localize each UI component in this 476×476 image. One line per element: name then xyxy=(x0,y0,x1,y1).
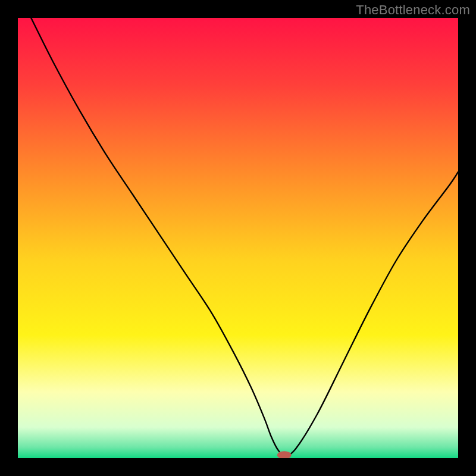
plot-area xyxy=(18,18,458,458)
chart-frame: TheBottleneck.com xyxy=(0,0,476,476)
chart-svg xyxy=(18,18,458,458)
watermark-text: TheBottleneck.com xyxy=(356,2,470,18)
gradient-background xyxy=(18,18,458,458)
